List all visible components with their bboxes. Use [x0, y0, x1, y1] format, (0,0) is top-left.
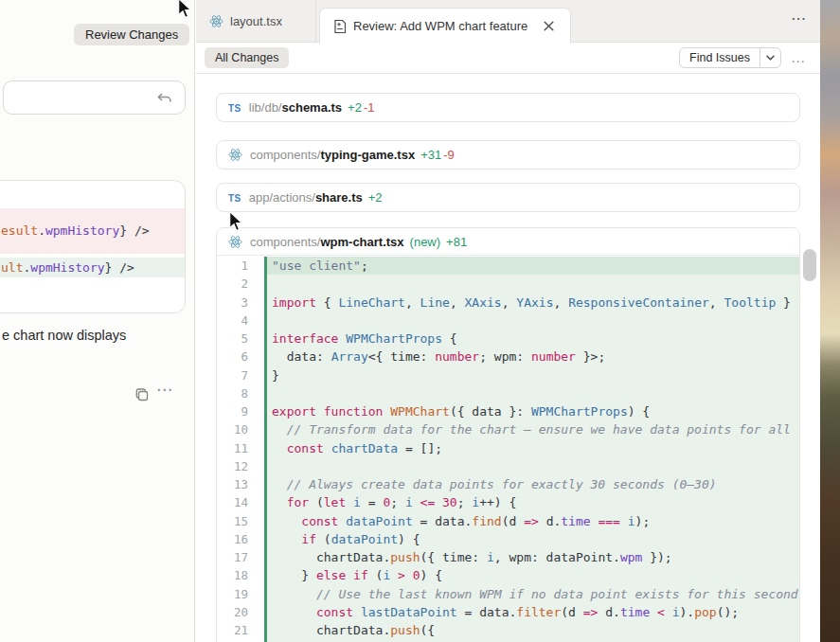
code-token: [390, 568, 398, 582]
review-changes-button[interactable]: Review Changes: [74, 24, 189, 45]
code-token: [665, 605, 672, 619]
code-token: (: [316, 532, 331, 546]
file-directory: lib/db/: [249, 100, 282, 115]
code-token: [346, 568, 353, 582]
code-line: 21 chartData.push({: [217, 621, 799, 639]
chat-message-text: e chart now displays: [2, 328, 126, 343]
file-type-icon: TS: [228, 190, 241, 205]
code-token: // Transform data for the chart — ensure…: [272, 422, 791, 437]
code-token: wpm: [620, 550, 642, 564]
code-text: const lastDataPoint = data.filter(d => d…: [267, 603, 799, 621]
code-token: ; wpm:: [479, 349, 531, 364]
code-token: const: [316, 605, 353, 619]
code-token: });: [642, 550, 671, 564]
code-token: ) {: [628, 404, 650, 419]
file-card-wpm-chart.tsx[interactable]: components/wpm-chart.tsx(new)+811"use cl…: [216, 227, 800, 642]
code-token: lastDataPoint: [361, 605, 457, 619]
code-token: else: [316, 568, 346, 582]
code-line: 6 data: Array<{ time: number; wpm: numbe…: [217, 348, 799, 366]
line-number: 17: [217, 548, 264, 566]
line-number: 4: [217, 312, 264, 330]
code-token: i: [353, 495, 361, 509]
chevron-down-icon[interactable]: [760, 48, 780, 67]
added-lines-count: +2: [348, 100, 362, 115]
added-lines-count: +2: [368, 190, 383, 205]
code-token: , wpm: dataPoint.: [494, 550, 620, 564]
code-text: chartData.push({: [267, 621, 799, 639]
code-token: ===: [598, 514, 619, 528]
code-token: } />: [105, 260, 134, 275]
code-text: if (dataPoint) {: [267, 530, 799, 548]
code-line: 1"use client";: [217, 257, 799, 275]
code-line: 20 const lastDataPoint = data.filter(d =…: [217, 603, 799, 621]
code-text: [267, 312, 799, 330]
react-icon: [228, 148, 242, 162]
find-issues-split-button[interactable]: Find Issues: [679, 47, 781, 68]
code-token: time: [561, 514, 590, 528]
code-token: [405, 568, 413, 582]
code-token: = data.: [457, 605, 517, 619]
code-token: [272, 441, 287, 455]
code-text: [267, 384, 799, 402]
copy-icon[interactable]: [134, 386, 150, 402]
code-line: 2: [217, 275, 799, 293]
code-token: WPMChartProps: [531, 404, 628, 419]
file-type-icon: TS: [228, 100, 241, 115]
code-token: ).: [680, 605, 695, 619]
line-number: 13: [217, 475, 264, 493]
toolbar-more-icon[interactable]: ⋯: [791, 53, 806, 70]
code-text: chartData.push({ time: i, wpm: dataPoint…: [267, 548, 799, 566]
code-diff-view[interactable]: 1"use client";23import { LineChart, Line…: [217, 257, 799, 642]
code-token: if: [301, 532, 316, 546]
code-text: // Use the last known WPM if no data poi…: [267, 585, 799, 603]
code-token: );: [635, 514, 651, 528]
line-number: 18: [217, 566, 264, 584]
code-token: [353, 605, 361, 619]
tab-review-add-wpm-chart-feature[interactable]: Review: Add WPM chart feature: [319, 8, 571, 44]
code-line: 4: [217, 312, 799, 330]
code-token: ({ time:: [420, 550, 487, 564]
scrollbar-thumb[interactable]: [803, 249, 816, 281]
code-token: XAxis: [465, 295, 502, 310]
chat-sidebar: Review Changes esult.wpmHistory} /> ult.…: [0, 0, 195, 642]
chat-more-options-icon[interactable]: ⋯: [156, 380, 173, 400]
code-token: Line: [420, 295, 450, 310]
code-token: dataPoint: [346, 514, 412, 528]
code-token: ,: [405, 295, 420, 310]
line-number: 11: [217, 439, 264, 457]
tab-overflow-icon[interactable]: ⋯: [791, 9, 807, 27]
removed-lines-count: -1: [364, 100, 375, 115]
line-number: 3: [217, 294, 264, 312]
code-token: ;: [457, 495, 473, 509]
code-token: pop: [694, 605, 716, 619]
code-token: [650, 605, 657, 619]
file-card-schema.ts[interactable]: TSlib/db/schema.ts+2-1: [216, 93, 800, 122]
code-token: (d: [561, 605, 582, 619]
chat-code-snippet-card: esult.wpmHistory} /> ult.wpmHistory} />: [0, 180, 186, 313]
undo-icon[interactable]: [156, 90, 173, 107]
code-token: export: [272, 404, 316, 419]
file-card-share.ts[interactable]: TSapp/actions/share.ts+2: [216, 183, 800, 212]
code-token: .: [38, 223, 45, 238]
changes-list: TSlib/db/schema.ts+2-1components/typing-…: [196, 74, 820, 642]
code-token: } />: [119, 223, 149, 238]
code-token: chartData.: [272, 550, 390, 564]
tab-layout-tsx[interactable]: layout.tsx: [196, 0, 316, 43]
code-text: }: [267, 366, 799, 384]
code-token: ++) {: [479, 495, 516, 509]
code-token: push: [390, 550, 420, 564]
code-line: 3import { LineChart, Line, XAxis, YAxis,…: [217, 294, 799, 312]
code-token: Array: [331, 349, 368, 364]
tab-label: layout.tsx: [230, 14, 282, 28]
code-token: YAxis: [516, 295, 553, 310]
file-card-typing-game.tsx[interactable]: components/typing-game.tsx+31-9: [216, 140, 800, 169]
all-changes-button[interactable]: All Changes: [205, 47, 289, 68]
close-icon[interactable]: [543, 20, 555, 32]
code-token: LineChart: [338, 295, 404, 310]
line-number: 19: [217, 585, 264, 603]
find-issues-label[interactable]: Find Issues: [680, 48, 760, 67]
code-token: chartData.: [272, 623, 390, 637]
file-card-header[interactable]: components/wpm-chart.tsx(new)+81: [217, 228, 799, 256]
code-token: = data.: [413, 514, 473, 528]
code-token: [435, 495, 442, 509]
